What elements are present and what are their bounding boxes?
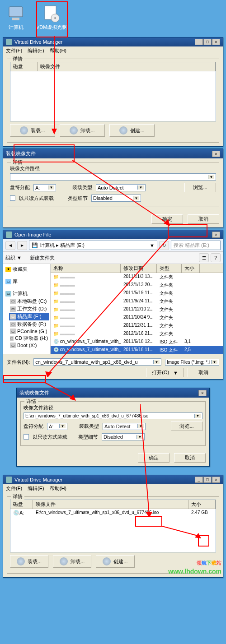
view-button[interactable]: ☰: [199, 253, 209, 262]
menu-file[interactable]: 文件(F): [6, 47, 22, 54]
tree-computer[interactable]: ▭计算机: [5, 290, 49, 297]
close-button[interactable]: ×: [212, 39, 220, 45]
file-row[interactable]: 💿 cn_windows_7_ultimate_with_sp1_x...201…: [51, 346, 223, 354]
ok-button[interactable]: 确定: [138, 453, 170, 463]
search-input[interactable]: 搜索 精品库 (E:): [171, 241, 221, 250]
path-input[interactable]: E:\cn_windows_7_ultimate_with_sp1_x86_dv…: [24, 412, 202, 419]
file-row[interactable]: 📁 ▬▬▬2012/1/16 21...文件夹: [51, 330, 223, 338]
menu-file[interactable]: 文件(F): [6, 485, 22, 492]
drive-select[interactable]: A:▼: [33, 184, 56, 191]
desktop-vdm-icon[interactable]: VDM虚拟光驱: [36, 5, 67, 31]
detail-select[interactable]: Disabled▼: [102, 433, 145, 440]
tree-drive-item[interactable]: ▭PConline (G:): [9, 328, 49, 334]
tree-drive-item[interactable]: ▭精品库 (E:): [9, 313, 49, 320]
file-row[interactable]: 💿 cn_windows_7_ultimate_with_sp1_x...201…: [51, 338, 223, 346]
file-row[interactable]: 📁 ▬▬▬2011/9/24 11...文件夹: [51, 297, 223, 306]
unmount-button[interactable]: 卸载...: [53, 555, 91, 568]
unmount-button[interactable]: 卸载...: [60, 124, 105, 137]
new-folder-button[interactable]: 新建文件夹: [30, 255, 55, 261]
close-button[interactable]: ×: [212, 151, 220, 157]
titlebar[interactable]: Virtual Drive Manager _ □ ×: [3, 475, 223, 484]
create-button[interactable]: 创建...: [109, 124, 155, 137]
chevron-down-icon[interactable]: ▼: [153, 360, 160, 364]
chevron-down-icon[interactable]: ▼: [137, 185, 144, 190]
menu-edit[interactable]: 编辑(E): [28, 485, 44, 492]
minimize-button[interactable]: _: [195, 39, 203, 45]
tree-drive-item[interactable]: ▭数据备份 (F:): [9, 320, 49, 328]
file-list[interactable]: 名称 修改日期 类型 大小 📁 ▬▬▬2011/11/3 13...文件夹📁 ▬…: [51, 264, 223, 354]
menu-edit[interactable]: 编辑(E): [28, 47, 44, 54]
tree-drive-item[interactable]: ▭Boot (X:): [9, 342, 49, 348]
desktop-computer-icon[interactable]: 计算机: [7, 5, 25, 31]
col-name[interactable]: 名称: [51, 264, 121, 273]
help-button[interactable]: ?: [211, 253, 221, 262]
path-input[interactable]: ▼: [10, 173, 216, 181]
drive-row[interactable]: 💿A: E:\cn_windows_7_ultimate_with_sp1_x8…: [10, 509, 216, 517]
col-size[interactable]: 大小: [188, 500, 216, 509]
col-image[interactable]: 映像文件: [38, 62, 216, 71]
close-button[interactable]: ×: [212, 477, 220, 483]
file-row[interactable]: 📁 ▬▬▬2011/5/19 11...文件夹: [51, 289, 223, 297]
close-button[interactable]: ×: [198, 390, 207, 396]
create-button[interactable]: 创建...: [96, 555, 134, 568]
tree-favorites[interactable]: ★收藏夹: [5, 265, 49, 273]
readonly-checkbox[interactable]: [10, 195, 15, 201]
chevron-down-icon[interactable]: ▼: [137, 424, 144, 428]
nav-back-button[interactable]: ◄: [5, 241, 15, 250]
organize-menu[interactable]: 组织 ▼: [5, 255, 22, 261]
nav-tree[interactable]: ★收藏夹 ▭库 ▭计算机 ▭本地磁盘 (C:)▭工作文件 (D:)▭精品库 (E…: [3, 264, 51, 354]
detail-select[interactable]: Disabled▼: [91, 195, 141, 202]
minimize-button[interactable]: _: [195, 477, 203, 483]
type-select[interactable]: Auto Detect▼: [103, 423, 146, 430]
filename-input[interactable]: cn_windows_7_ultimate_with_sp1_x86_dvd_u…: [33, 358, 161, 366]
path-bar[interactable]: 💾计算机 ▸ 精品库 (E:)▼: [29, 241, 157, 250]
drive-list[interactable]: 磁盘 映像文件 大小 💿A: E:\cn_windows_7_ultimate_…: [10, 500, 216, 552]
chevron-down-icon[interactable]: ▼: [208, 175, 214, 179]
maximize-button[interactable]: □: [203, 477, 212, 483]
chevron-down-icon[interactable]: ▼: [133, 196, 139, 200]
titlebar[interactable]: Virtual Drive Manager _ □ ×: [3, 37, 223, 46]
menu-help[interactable]: 帮助(H): [50, 485, 66, 492]
mount-button[interactable]: 装载...: [10, 124, 55, 137]
titlebar[interactable]: 装载映像文件 ×: [3, 149, 223, 158]
col-disk[interactable]: 磁盘: [10, 500, 33, 509]
type-select[interactable]: Auto Detect▼: [96, 184, 146, 191]
titlebar[interactable]: Open Image File ×: [3, 230, 223, 239]
refresh-button[interactable]: ↻: [159, 241, 169, 250]
col-type[interactable]: 类型: [157, 264, 182, 273]
file-row[interactable]: 📁 ▬▬▬2011/12/31 1...文件夹: [51, 322, 223, 330]
close-button[interactable]: ×: [212, 232, 220, 238]
file-row[interactable]: 📁 ▬▬▬2011/12/10 2...文件夹: [51, 306, 223, 314]
browse-button[interactable]: 浏览...: [171, 422, 202, 431]
filter-select[interactable]: Image Files (*.img; *.i▼: [165, 359, 219, 366]
nav-forward-button[interactable]: ►: [17, 241, 27, 250]
chevron-down-icon[interactable]: ▼: [150, 243, 155, 248]
col-disk[interactable]: 磁盘: [10, 62, 38, 71]
tree-drive-item[interactable]: ▭本地磁盘 (C:): [9, 297, 49, 305]
chevron-down-icon[interactable]: ▼: [211, 360, 217, 364]
tree-libraries[interactable]: ▭库: [5, 278, 49, 285]
chevron-down-icon[interactable]: ▼: [48, 185, 54, 190]
tree-drive-item[interactable]: ▭工作文件 (D:): [9, 305, 49, 313]
col-date[interactable]: 修改日期: [121, 264, 157, 273]
chevron-down-icon[interactable]: ▼: [137, 435, 143, 439]
maximize-button[interactable]: □: [203, 39, 212, 45]
col-image[interactable]: 映像文件: [33, 500, 188, 509]
cancel-button[interactable]: 取消: [174, 453, 206, 463]
browse-button[interactable]: 浏览...: [184, 183, 216, 192]
cancel-button[interactable]: 取消: [188, 368, 219, 377]
drive-list[interactable]: 磁盘 映像文件: [10, 62, 216, 121]
titlebar[interactable]: 装载映像文件 ×: [17, 388, 209, 398]
ok-button[interactable]: 确定: [151, 214, 183, 224]
file-row[interactable]: 📁 ▬▬▬2012/1/13 20...文件夹: [51, 281, 223, 289]
chevron-down-icon[interactable]: ▼: [59, 424, 66, 428]
menu-help[interactable]: 帮助(H): [50, 47, 66, 54]
cancel-button[interactable]: 取消: [188, 214, 219, 224]
drive-select[interactable]: A:▼: [47, 423, 67, 430]
col-size[interactable]: 大小: [182, 264, 200, 273]
readonly-checkbox[interactable]: [24, 434, 29, 440]
chevron-down-icon[interactable]: ▼: [194, 414, 201, 418]
open-button[interactable]: 打开(O)▼: [146, 368, 184, 377]
file-row[interactable]: 📁 ▬▬▬2011/11/3 13...文件夹: [51, 273, 223, 281]
file-row[interactable]: 📁 ▬▬▬2011/10/24 9...文件夹: [51, 314, 223, 322]
